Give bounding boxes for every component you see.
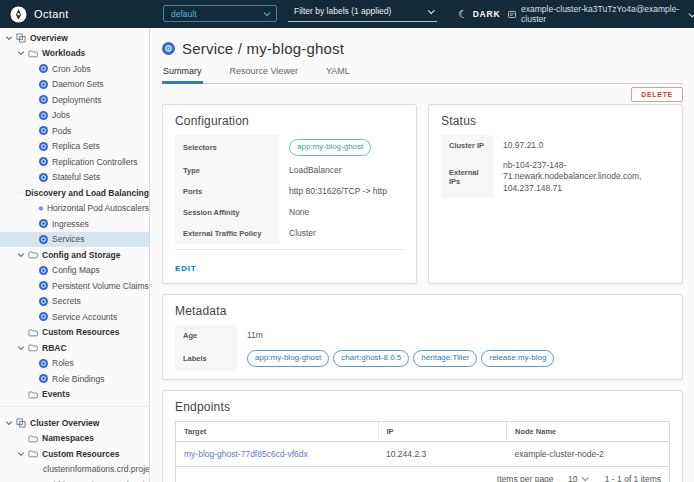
sidebar-item-label: Workloads <box>42 48 85 58</box>
sidebar-item-deployments[interactable]: Deployments <box>0 92 149 108</box>
sidebar-item-custom-resources[interactable]: Custom Resources <box>0 446 149 462</box>
sidebar-item-horizontal-pod-autoscalers[interactable]: Horizontal Pod Autoscalers <box>0 201 149 217</box>
sidebar-item-workloads[interactable]: Workloads <box>0 46 149 62</box>
tab-resource-viewer[interactable]: Resource Viewer <box>229 66 299 84</box>
configuration-rows: Selectorsapp:my-blog-ghostTypeLoadBalanc… <box>175 135 404 244</box>
edit-link[interactable]: EDIT <box>175 264 196 273</box>
items-per-page-value: 10 <box>568 474 577 482</box>
brand: Octant <box>10 0 69 28</box>
field-row-type: TypeLoadBalancer <box>175 160 404 181</box>
sidebar-item-label: Role Bindings <box>52 374 104 384</box>
label-badge[interactable]: release:my-blog <box>481 350 554 367</box>
delete-button[interactable]: DELETE <box>631 87 683 102</box>
folder-icon <box>28 49 38 58</box>
sidebar-item-daemon-sets[interactable]: Daemon Sets <box>0 77 149 93</box>
field-label: Session Affinity <box>175 202 279 223</box>
sidebar-item-csidrivers-csi-storage-k8s-io[interactable]: csidrivers.csi.storage.k8s.io <box>0 477 149 482</box>
sidebar-item-persistent-volume-claims[interactable]: Persistent Volume Claims <box>0 278 149 294</box>
sidebar-item-clusterinformations-crd-projec[interactable]: clusterinformations.crd.projec <box>0 462 149 478</box>
sidebar-item-cron-jobs[interactable]: Cron Jobs <box>0 61 149 77</box>
label-badge[interactable]: app:my-blog-ghost <box>289 139 371 156</box>
label-badge[interactable]: chart:ghost-8.0.5 <box>333 350 409 367</box>
app-title: Octant <box>34 8 69 20</box>
caret-icon[interactable] <box>16 343 26 353</box>
pagination-range: 1 - 1 of 1 items <box>605 474 661 482</box>
sidebar-section-gap <box>0 406 149 415</box>
sidebar-item-namespaces[interactable]: Namespaces <box>0 431 149 447</box>
items-per-page-select[interactable]: 10 <box>565 474 590 482</box>
field-row-labels: Labelsapp:my-blog-ghostchart:ghost-8.0.5… <box>175 346 670 371</box>
sidebar-item-replica-sets[interactable]: Replica Sets <box>0 139 149 155</box>
sidebar-item-rbac[interactable]: RBAC <box>0 340 149 356</box>
caret-icon[interactable] <box>16 449 26 459</box>
service-icon <box>162 42 175 55</box>
sidebar-item-roles[interactable]: Roles <box>0 356 149 372</box>
sidebar-item-secrets[interactable]: Secrets <box>0 294 149 310</box>
sidebar-item-stateful-sets[interactable]: Stateful Sets <box>0 170 149 186</box>
field-label: Selectors <box>175 135 279 160</box>
sidebar-item-service-accounts[interactable]: Service Accounts <box>0 309 149 325</box>
endpoint-node-cell: example-cluster-node-2 <box>506 441 669 466</box>
namespace-select[interactable]: default <box>163 5 277 22</box>
octant-logo-icon <box>10 6 27 23</box>
field-value: LoadBalancer <box>279 160 404 181</box>
caret-icon[interactable] <box>16 48 26 58</box>
sidebar-item-cluster-overview[interactable]: Cluster Overview <box>0 415 149 431</box>
sidebar-item-jobs[interactable]: Jobs <box>0 108 149 124</box>
sidebar-item-label: Jobs <box>52 110 70 120</box>
status-rows: Cluster IP10.97.21.0External IPsnb-104-2… <box>441 135 670 198</box>
endpoint-target-link[interactable]: my-blog-ghost-77df85c6cd-vf6dx <box>184 449 308 459</box>
field-value: Cluster <box>279 223 404 244</box>
sidebar-item-label: Secrets <box>52 296 81 306</box>
folder-icon <box>28 328 38 337</box>
sidebar: OverviewWorkloadsCron JobsDaemon SetsDep… <box>0 28 150 482</box>
sidebar-item-ingresses[interactable]: Ingresses <box>0 216 149 232</box>
field-label: External IPs <box>441 156 493 198</box>
endpoints-table-footer: Items per page 10 1 - 1 of 1 items <box>176 466 670 482</box>
theme-toggle[interactable]: ☾ DARK <box>458 0 500 28</box>
sidebar-item-label: Roles <box>52 358 74 368</box>
field-value: None <box>279 202 404 223</box>
cluster-icon <box>508 10 516 19</box>
endpoints-card-title: Endpoints <box>175 400 670 414</box>
sidebar-item-pods[interactable]: Pods <box>0 123 149 139</box>
sidebar-item-label: Namespaces <box>42 433 94 443</box>
field-row-session-affinity: Session AffinityNone <box>175 202 404 223</box>
sidebar-item-overview[interactable]: Overview <box>0 30 149 46</box>
field-row-ports: Portshttp 80:31626/TCP -> http <box>175 181 404 202</box>
caret-icon[interactable] <box>4 33 14 43</box>
configuration-card: Configuration Selectorsapp:my-blog-ghost… <box>162 104 417 284</box>
caret-icon[interactable] <box>16 250 26 260</box>
sidebar-item-replication-controllers[interactable]: Replication Controllers <box>0 154 149 170</box>
sidebar-item-events[interactable]: Events <box>0 387 149 403</box>
sidebar-item-config-and-storage[interactable]: Config and Storage <box>0 247 149 263</box>
endpoints-table: TargetIPNode Name my-blog-ghost-77df85c6… <box>175 421 670 482</box>
label-filter[interactable]: Filter by labels (1 applied) <box>288 3 437 22</box>
sidebar-item-config-maps[interactable]: Config Maps <box>0 263 149 279</box>
tab-summary[interactable]: Summary <box>162 66 203 84</box>
label-badge[interactable]: heritage:Tiller <box>413 350 477 367</box>
moon-icon: ☾ <box>458 8 469 21</box>
tab-yaml[interactable]: YAML <box>325 66 351 84</box>
cluster-context[interactable]: example-cluster-ka3TuTzYo4a@example-clus… <box>508 0 694 28</box>
sidebar-item-role-bindings[interactable]: Role Bindings <box>0 371 149 387</box>
app-header: Octant default Filter by labels (1 appli… <box>0 0 694 28</box>
field-row-selectors: Selectorsapp:my-blog-ghost <box>175 135 404 160</box>
sidebar-item-custom-resources[interactable]: Custom Resources <box>0 325 149 341</box>
label-badge[interactable]: app:my-blog-ghost <box>247 350 329 367</box>
sidebar-item-discovery-and-load-balancing[interactable]: Discovery and Load Balancing <box>0 185 149 201</box>
chevron-down-icon <box>582 474 589 481</box>
sidebar-item-label: Cron Jobs <box>52 64 91 74</box>
caret-icon[interactable] <box>16 188 18 198</box>
folder-icon <box>28 390 38 399</box>
sidebar-item-label: Services <box>52 234 85 244</box>
status-card-title: Status <box>441 114 670 128</box>
folder-icon <box>20 188 22 197</box>
metadata-rows: Age11mLabelsapp:my-blog-ghostchart:ghost… <box>175 325 670 371</box>
theme-toggle-label: DARK <box>473 9 501 19</box>
resource-icon <box>39 157 48 166</box>
field-label: Age <box>175 325 237 346</box>
caret-icon[interactable] <box>4 418 14 428</box>
sidebar-item-services[interactable]: Services <box>0 232 149 248</box>
chevron-down-icon <box>689 10 694 17</box>
